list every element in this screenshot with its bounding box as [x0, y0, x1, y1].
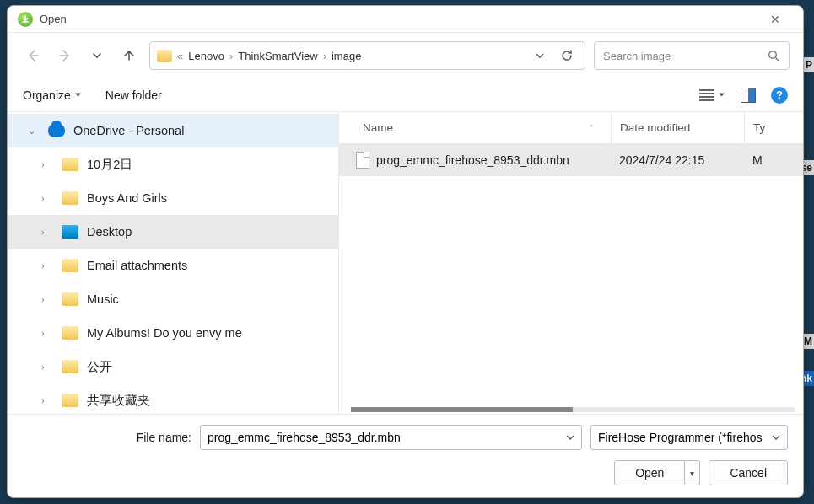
tree-item-label: Music: [87, 292, 119, 306]
breadcrumb-item[interactable]: ThinkSmartView: [238, 50, 317, 62]
cancel-button[interactable]: Cancel: [709, 460, 788, 485]
onedrive-icon: [48, 124, 65, 137]
expand-collapse-icon[interactable]: ›: [41, 395, 53, 405]
file-list-pane: Name ˄ Date modified Ty prog_emmc_fireho…: [339, 112, 803, 414]
list-view-icon: [699, 89, 714, 101]
desktop-icon: [62, 225, 78, 239]
sort-indicator-icon: ˄: [590, 124, 594, 132]
new-folder-button[interactable]: New folder: [105, 88, 162, 102]
expand-collapse-icon[interactable]: ⌄: [28, 126, 40, 137]
folder-icon: [62, 292, 78, 306]
expand-collapse-icon[interactable]: ›: [41, 260, 53, 271]
nav-up-button[interactable]: [117, 44, 141, 67]
expand-collapse-icon[interactable]: ›: [41, 227, 53, 237]
dialog-footer: File name: prog_emmc_firehose_8953_ddr.m…: [8, 414, 803, 497]
breadcrumb-item[interactable]: Lenovo: [188, 50, 224, 62]
tree-item[interactable]: › 公开: [8, 350, 338, 383]
app-download-icon: [18, 12, 33, 27]
tree-item[interactable]: › Boys And Girls: [8, 181, 338, 215]
titlebar: Open ✕: [8, 6, 803, 33]
help-button[interactable]: ?: [771, 87, 788, 104]
navigation-tree[interactable]: ⌄ OneDrive - Personal › 10月2日 › Boys And…: [8, 112, 339, 414]
tree-item-label: Desktop: [87, 225, 132, 239]
folder-icon: [62, 191, 78, 205]
search-input[interactable]: [603, 50, 768, 62]
file-name: prog_emmc_firehose_8953_ddr.mbn: [376, 153, 569, 167]
preview-pane-toggle[interactable]: [741, 88, 756, 103]
close-button[interactable]: ✕: [757, 8, 793, 31]
chevron-down-icon[interactable]: [772, 433, 780, 442]
expand-collapse-icon[interactable]: ›: [41, 193, 53, 203]
column-header-name[interactable]: Name ˄: [339, 121, 611, 134]
chevron-down-icon: [74, 91, 82, 99]
expand-collapse-icon[interactable]: ›: [41, 328, 53, 338]
column-headers: Name ˄ Date modified Ty: [339, 112, 803, 144]
tree-item-desktop[interactable]: › Desktop: [8, 215, 338, 249]
filename-label: File name:: [23, 431, 191, 444]
refresh-button[interactable]: [556, 45, 578, 67]
chevron-down-icon[interactable]: [566, 433, 574, 442]
address-bar[interactable]: « Lenovo › ThinkSmartView › image: [149, 41, 585, 70]
open-split-button[interactable]: Open ▾: [614, 460, 700, 485]
horizontal-scrollbar[interactable]: [351, 407, 795, 412]
column-header-type[interactable]: Ty: [744, 112, 803, 143]
tree-item[interactable]: › Music: [8, 282, 338, 316]
view-mode-button[interactable]: [699, 89, 725, 101]
dialog-body: ⌄ OneDrive - Personal › 10月2日 › Boys And…: [8, 112, 803, 414]
filename-value: prog_emmc_firehose_8953_ddr.mbn: [208, 431, 566, 444]
folder-icon: [157, 50, 172, 62]
address-history-dropdown[interactable]: [529, 45, 551, 67]
toolbar: Organize New folder ?: [8, 78, 803, 112]
chevron-right-icon[interactable]: ›: [229, 50, 233, 62]
open-dropdown-arrow[interactable]: ▾: [685, 460, 700, 485]
tree-item[interactable]: › 10月2日: [8, 147, 338, 181]
search-icon: [768, 50, 780, 62]
file-type-filter[interactable]: FireHose Programmer (*firehos: [590, 425, 788, 450]
tree-item-label: My Albums! Do you envy me: [87, 326, 242, 340]
navigation-row: « Lenovo › ThinkSmartView › image: [8, 33, 803, 78]
folder-icon: [62, 326, 78, 340]
file-row[interactable]: prog_emmc_firehose_8953_ddr.mbn 2024/7/2…: [339, 144, 803, 176]
tree-item[interactable]: › My Albums! Do you envy me: [8, 316, 338, 350]
expand-collapse-icon[interactable]: ›: [41, 362, 53, 372]
scrollbar-thumb[interactable]: [351, 407, 573, 412]
expand-collapse-icon[interactable]: ›: [41, 159, 53, 169]
breadcrumb-prefix: «: [177, 50, 183, 62]
nav-forward-button[interactable]: [53, 44, 77, 67]
chevron-down-icon: [718, 91, 725, 99]
svg-point-0: [769, 51, 777, 58]
tree-item-onedrive[interactable]: ⌄ OneDrive - Personal: [8, 114, 338, 147]
tree-item-label: 共享收藏夹: [87, 393, 150, 409]
column-header-date[interactable]: Date modified: [611, 112, 744, 143]
folder-icon: [62, 158, 78, 171]
bg-fragment: P: [804, 57, 814, 72]
tree-item-label: OneDrive - Personal: [73, 124, 184, 137]
open-file-dialog: Open ✕ « Lenovo › ThinkSmartView › image: [7, 5, 804, 498]
chevron-right-icon[interactable]: ›: [323, 50, 326, 62]
file-type: M: [744, 153, 803, 167]
search-box[interactable]: [594, 41, 790, 70]
file-icon: [356, 152, 369, 169]
breadcrumb-item[interactable]: image: [332, 50, 361, 62]
organize-menu[interactable]: Organize: [23, 88, 82, 102]
nav-recent-dropdown[interactable]: [85, 44, 109, 67]
tree-item-label: 公开: [87, 359, 112, 375]
tree-item-label: Email attachments: [87, 259, 187, 272]
filename-combobox[interactable]: prog_emmc_firehose_8953_ddr.mbn: [200, 425, 582, 450]
tree-item[interactable]: › Email attachments: [8, 249, 338, 282]
expand-collapse-icon[interactable]: ›: [41, 294, 53, 304]
folder-icon: [62, 394, 78, 407]
folder-icon: [62, 360, 78, 373]
open-button[interactable]: Open: [614, 460, 685, 485]
window-title: Open: [40, 13, 757, 25]
tree-item-label: Boys And Girls: [87, 191, 167, 205]
folder-icon: [62, 259, 78, 272]
nav-back-button[interactable]: [21, 44, 45, 67]
file-date: 2024/7/24 22:15: [611, 153, 744, 167]
filter-value: FireHose Programmer (*firehos: [598, 431, 772, 444]
tree-item-label: 10月2日: [87, 157, 132, 173]
tree-item[interactable]: › 共享收藏夹: [8, 383, 338, 414]
